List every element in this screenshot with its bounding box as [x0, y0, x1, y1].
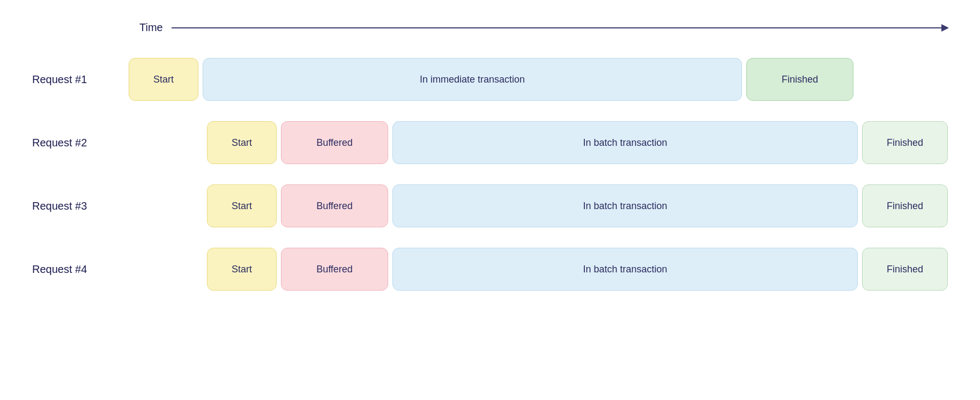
- row-cells-2: Start Buffered In batch transaction Fini…: [129, 121, 948, 164]
- diagram-container: Time Request #1 Start In immediate trans…: [32, 21, 948, 379]
- r1-start-cell: Start: [129, 58, 198, 101]
- row-label-2: Request #2: [32, 137, 129, 149]
- time-line: [172, 27, 948, 28]
- r4-start-cell: Start: [207, 248, 277, 291]
- row-request-4: Request #4 Start Buffered In batch trans…: [32, 245, 948, 293]
- r3-finished-cell: Finished: [862, 184, 948, 227]
- r2-start-cell: Start: [207, 121, 277, 164]
- r4-finished-cell: Finished: [862, 248, 948, 291]
- r2-finished-cell: Finished: [862, 121, 948, 164]
- row-request-2: Request #2 Start Buffered In batch trans…: [32, 118, 948, 167]
- time-axis: Time: [139, 21, 948, 34]
- r1-finished-cell: Finished: [746, 58, 853, 101]
- row-cells-1: Start In immediate transaction Finished: [129, 58, 948, 101]
- r3-start-cell: Start: [207, 184, 277, 227]
- r2-batch-cell: In batch transaction: [392, 121, 858, 164]
- r2-buffered-cell: Buffered: [281, 121, 388, 164]
- r3-batch-cell: In batch transaction: [392, 184, 858, 227]
- time-label: Time: [139, 21, 163, 34]
- row-cells-3: Start Buffered In batch transaction Fini…: [129, 184, 948, 227]
- row-label-3: Request #3: [32, 200, 129, 212]
- r4-buffered-cell: Buffered: [281, 248, 388, 291]
- row-label-1: Request #1: [32, 73, 129, 86]
- r3-buffered-cell: Buffered: [281, 184, 388, 227]
- row-request-3: Request #3 Start Buffered In batch trans…: [32, 182, 948, 230]
- r1-immediate-cell: In immediate transaction: [203, 58, 742, 101]
- row-request-1: Request #1 Start In immediate transactio…: [32, 55, 948, 103]
- r4-batch-cell: In batch transaction: [392, 248, 858, 291]
- row-label-4: Request #4: [32, 263, 129, 276]
- row-cells-4: Start Buffered In batch transaction Fini…: [129, 248, 948, 291]
